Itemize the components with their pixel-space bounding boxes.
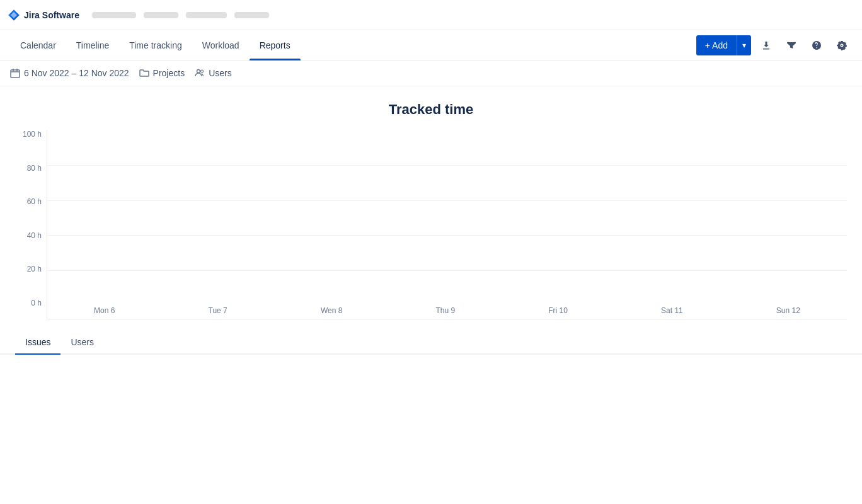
- filter-icon: [786, 40, 796, 50]
- add-button[interactable]: + Add: [696, 35, 737, 55]
- grid-line-80: [47, 165, 847, 166]
- download-icon: [761, 40, 771, 50]
- tab-calendar[interactable]: Calendar: [10, 30, 66, 60]
- x-label-wen8: Wen 8: [321, 306, 342, 319]
- topbar-actions: + Add ▾: [696, 35, 852, 55]
- chart-title: Tracked time: [15, 101, 847, 118]
- filter-bar: 6 Nov 2022 – 12 Nov 2022 Projects Users: [0, 60, 862, 86]
- y-label-100h: 100 h: [15, 130, 47, 138]
- grid-line-20: [47, 270, 847, 271]
- projects-filter[interactable]: Projects: [139, 68, 185, 78]
- y-label-20h: 20 h: [15, 265, 47, 273]
- app-logo[interactable]: Jira Software: [8, 9, 79, 21]
- y-label-40h: 40 h: [15, 232, 47, 239]
- x-label-sun12: Sun 12: [776, 306, 800, 319]
- topbar: Jira Software: [0, 0, 862, 30]
- skeleton-3: [186, 12, 227, 18]
- help-button[interactable]: [807, 35, 827, 55]
- x-label-sat11: Sat 11: [661, 306, 683, 319]
- tab-reports[interactable]: Reports: [250, 30, 301, 60]
- y-axis: 0 h 20 h 40 h 60 h 80 h 100 h: [15, 130, 47, 319]
- download-button[interactable]: [756, 35, 776, 55]
- svg-point-2: [201, 70, 204, 72]
- topbar-nav-skeletons: [92, 12, 269, 18]
- grid-line-60: [47, 200, 847, 201]
- svg-point-1: [197, 70, 200, 73]
- date-range-filter[interactable]: 6 Nov 2022 – 12 Nov 2022: [10, 68, 129, 78]
- tab-workload[interactable]: Workload: [192, 30, 250, 60]
- settings-icon: [837, 40, 847, 50]
- jira-logo-icon: [8, 9, 20, 21]
- app-logo-text: Jira Software: [24, 10, 79, 20]
- skeleton-4: [234, 12, 269, 18]
- svg-rect-0: [11, 70, 20, 77]
- settings-button[interactable]: [832, 35, 852, 55]
- folder-icon: [139, 68, 149, 78]
- skeleton-2: [144, 12, 178, 18]
- date-range-label: 6 Nov 2022 – 12 Nov 2022: [24, 68, 129, 78]
- chart-container: 0 h 20 h 40 h 60 h 80 h 100 h Mon 6 Tue …: [15, 130, 847, 319]
- calendar-icon: [10, 68, 20, 78]
- users-icon: [195, 68, 205, 78]
- y-label-60h: 60 h: [15, 198, 47, 205]
- main-nav: Calendar Timeline Time tracking Workload…: [0, 30, 862, 60]
- chart-plot: Mon 6 Tue 7 Wen 8 Thu 9 Fri 10 Sat 11 Su…: [47, 130, 847, 319]
- x-label-tue7: Tue 7: [209, 306, 227, 319]
- grid-lines: [47, 130, 847, 306]
- tab-time-tracking[interactable]: Time tracking: [119, 30, 192, 60]
- users-label: Users: [209, 68, 232, 78]
- projects-label: Projects: [153, 68, 185, 78]
- users-filter[interactable]: Users: [195, 68, 232, 78]
- filter-button[interactable]: [781, 35, 802, 55]
- grid-line-40: [47, 235, 847, 236]
- nav-tabs: Calendar Timeline Time tracking Workload…: [10, 30, 696, 60]
- skeleton-1: [92, 12, 136, 18]
- y-label-0h: 0 h: [15, 299, 47, 307]
- bottom-tab-issues[interactable]: Issues: [15, 329, 60, 355]
- bottom-tabs: Issues Users: [0, 329, 862, 355]
- tab-timeline[interactable]: Timeline: [66, 30, 119, 60]
- chevron-down-icon: ▾: [742, 41, 746, 50]
- chart-area: Tracked time 0 h 20 h 40 h 60 h 80 h 100…: [0, 86, 862, 319]
- bottom-tab-users[interactable]: Users: [60, 329, 104, 355]
- x-label-fri10: Fri 10: [548, 306, 568, 319]
- x-axis: Mon 6 Tue 7 Wen 8 Thu 9 Fri 10 Sat 11 Su…: [47, 306, 847, 319]
- y-label-80h: 80 h: [15, 164, 47, 172]
- add-dropdown-button[interactable]: ▾: [737, 35, 751, 55]
- help-icon: [812, 40, 822, 50]
- x-label-mon6: Mon 6: [94, 306, 115, 319]
- x-label-thu9: Thu 9: [435, 306, 455, 319]
